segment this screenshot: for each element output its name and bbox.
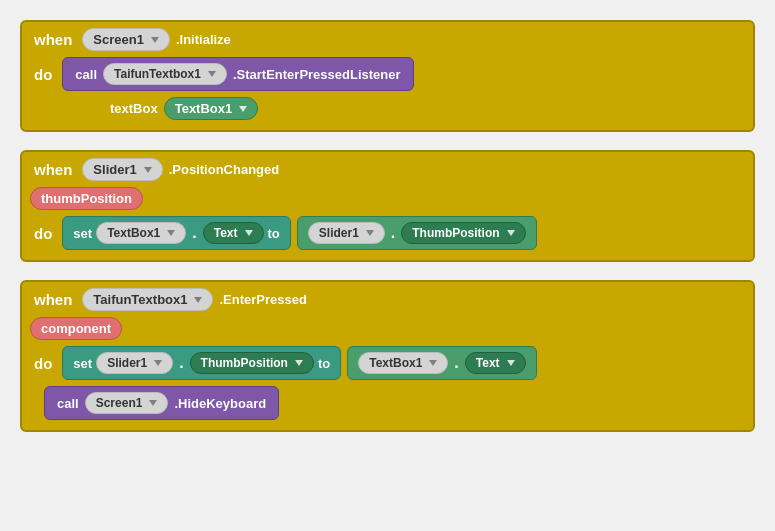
block2-slider1b-arrow [366, 230, 374, 236]
block1-when-label: when [30, 29, 76, 50]
block1-do-label: do [30, 64, 56, 85]
block1-do-row: do call TaifunTextbox1 .StartEnterPresse… [30, 57, 745, 91]
block2-to-label: to [268, 226, 280, 241]
block2-group: when Slider1 .PositionChanged thumbPosit… [20, 150, 755, 262]
block1-textbox-label: textBox [110, 101, 158, 116]
block2-text-arrow [245, 230, 253, 236]
block3-set-block[interactable]: set Slider1 . ThumbPosition to [62, 346, 341, 380]
block3-screen1-arrow [149, 400, 157, 406]
block2-when-label: when [30, 159, 76, 180]
block2-slider-value-block[interactable]: Slider1 . ThumbPosition [297, 216, 537, 250]
block2-when-row: when Slider1 .PositionChanged [30, 158, 745, 181]
block3-slider1-chip[interactable]: Slider1 [96, 352, 173, 374]
blocks-container: when Screen1 .Initialize do call TaifunT… [10, 10, 765, 442]
block3-do-row2: call Screen1 .HideKeyboard [30, 386, 745, 420]
block2-slider1-arrow [144, 167, 152, 173]
block3-group: when TaifunTextbox1 .EnterPressed compon… [20, 280, 755, 432]
block2-dot2: . [389, 224, 397, 242]
block3-param-row: component [30, 317, 745, 340]
block3-text-chip[interactable]: Text [465, 352, 526, 374]
block2-do-row: do set TextBox1 . Text to Slider1 [30, 216, 745, 250]
block3-do-row1: do set Slider1 . ThumbPosition to TextBo… [30, 346, 745, 380]
block1-initialize-label: .Initialize [176, 32, 231, 47]
block2-thumbpos-chip[interactable]: ThumbPosition [401, 222, 525, 244]
block3-when-label: when [30, 289, 76, 310]
block1-taifun-arrow [208, 71, 216, 77]
block2-dot1: . [190, 224, 198, 242]
block3-taifun-chip[interactable]: TaifunTextbox1 [82, 288, 213, 311]
block1-textbox1-arrow [239, 106, 247, 112]
block1-taifun-chip[interactable]: TaifunTextbox1 [103, 63, 227, 85]
block3-textbox1-chip[interactable]: TextBox1 [358, 352, 448, 374]
block2-textbox1-chip[interactable]: TextBox1 [96, 222, 186, 244]
block1-textbox1-chip[interactable]: TextBox1 [164, 97, 259, 120]
block3-text-arrow [507, 360, 515, 366]
block2-thumb-param: thumbPosition [30, 187, 143, 210]
block3-event-label: .EnterPressed [219, 292, 306, 307]
block2-thumbpos-arrow [507, 230, 515, 236]
block2-textbox1-arrow [167, 230, 175, 236]
block3-to-label: to [318, 356, 330, 371]
block3-slider1-arrow [154, 360, 162, 366]
block2-slider1-chip[interactable]: Slider1 [82, 158, 162, 181]
block3-call-block[interactable]: call Screen1 .HideKeyboard [44, 386, 279, 420]
block3-thumbpos-chip[interactable]: ThumbPosition [190, 352, 314, 374]
block1-screen1-arrow [151, 37, 159, 43]
block1-call-block[interactable]: call TaifunTextbox1 .StartEnterPressedLi… [62, 57, 413, 91]
block1-group: when Screen1 .Initialize do call TaifunT… [20, 20, 755, 132]
block2-text-chip[interactable]: Text [203, 222, 264, 244]
block2-param-row: thumbPosition [30, 187, 745, 210]
block1-screen1-chip[interactable]: Screen1 [82, 28, 170, 51]
block3-dot2: . [452, 354, 460, 372]
block3-taifun-arrow [194, 297, 202, 303]
block2-set-block[interactable]: set TextBox1 . Text to [62, 216, 290, 250]
block2-do-label: do [30, 223, 56, 244]
block3-when-row: when TaifunTextbox1 .EnterPressed [30, 288, 745, 311]
block2-slider1b-chip[interactable]: Slider1 [308, 222, 385, 244]
block3-textbox1-arrow [429, 360, 437, 366]
block3-thumbpos-arrow [295, 360, 303, 366]
block3-textbox-value-block[interactable]: TextBox1 . Text [347, 346, 536, 380]
block2-event-label: .PositionChanged [169, 162, 280, 177]
block3-dot1: . [177, 354, 185, 372]
block3-component-param: component [30, 317, 122, 340]
block1-when-row: when Screen1 .Initialize [30, 28, 745, 51]
block3-screen1-chip[interactable]: Screen1 [85, 392, 169, 414]
block1-textbox-row: textBox TextBox1 [30, 97, 745, 120]
block3-do-label: do [30, 353, 56, 374]
